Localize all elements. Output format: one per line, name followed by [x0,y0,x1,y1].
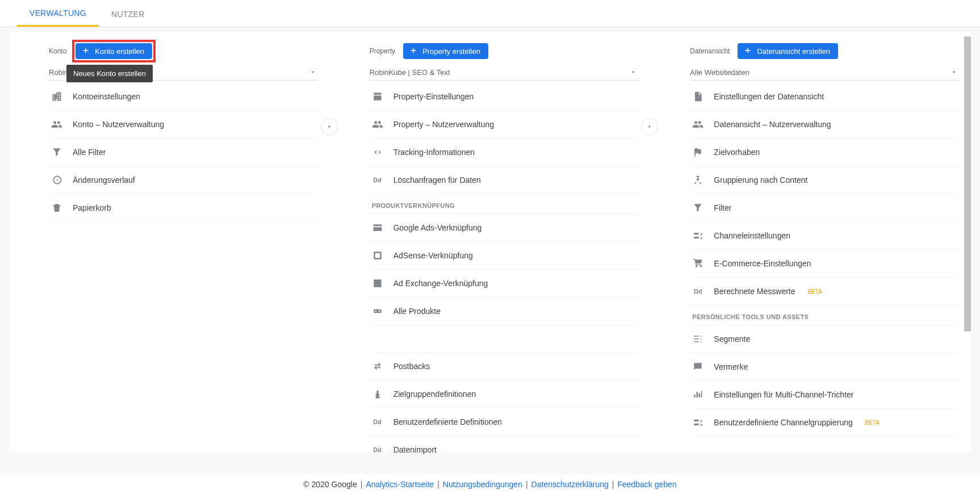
menu-item-label: Channeleinstellungen [714,231,790,240]
property-column-label: Property [370,47,395,55]
create-account-highlight: Konto erstellen [72,40,156,62]
menu-item[interactable]: Änderungsverlauf [49,166,319,194]
menu-item-label: Datenimport [393,445,437,454]
create-account-button[interactable]: Konto erstellen [76,43,152,59]
menu-item[interactable]: Alle Produkte [370,298,639,325]
menu-item[interactable]: DdDatenimport [370,436,639,464]
menu-item-label: Vermerke [714,362,748,371]
channel-icon [692,230,703,241]
property-column: Property Property erstellen RobinKube | … [330,32,651,452]
beta-badge: BETA [808,288,822,295]
audience-icon [372,388,383,400]
spacer [370,325,639,353]
menu-item[interactable]: E-Commerce-Einstellungen [690,250,960,278]
menu-item-label: Gruppierung nach Content [714,175,807,185]
annotation-icon [692,361,703,372]
cart-icon [692,258,703,269]
people-icon [692,119,703,130]
view-selector[interactable]: Alle Websitedaten [690,65,960,81]
footer-link-terms[interactable]: Nutzungsbedingungen [443,480,522,489]
create-property-label: Property erstellen [422,47,480,56]
filter-icon [51,146,62,158]
bars-icon [692,389,703,400]
menu-item[interactable]: Segmente [690,325,960,353]
menu-item-label: Property – Nutzerverwaltung [393,120,494,129]
menu-item[interactable]: Property-Einstellungen [370,83,639,111]
menu-item-label: Konto – Nutzerverwaltung [73,120,164,129]
menu-item[interactable]: Benutzerdefinierte ChannelgruppierungBET… [690,409,960,437]
create-view-label: Datenansicht erstellen [757,47,830,56]
menu-item[interactable]: Zielvorhaben [690,139,960,166]
menu-item-label: Kontoeinstellungen [73,92,140,101]
menu-item[interactable]: Postbacks [370,353,639,380]
menu-item[interactable]: Ad Exchange-Verknüpfung [370,270,639,298]
menu-item[interactable]: DdBerechnete MesswerteBETA [690,278,960,305]
tab-verwaltung[interactable]: VERWALTUNG [17,0,99,27]
menu-item-label: Filter [714,203,731,212]
move-to-property-arrow[interactable] [321,118,338,135]
top-tabs: VERWALTUNG NUTZER [0,0,980,27]
footer-link-analytics-home[interactable]: Analytics-Startseite [366,480,434,489]
footer-link-privacy[interactable]: Datenschutzerklärung [531,480,609,489]
chevron-down-icon [630,69,636,77]
code-icon [372,146,383,158]
account-column-label: Konto [49,47,66,55]
menu-item[interactable]: Einstellungen der Datenansicht [690,83,960,111]
create-property-button[interactable]: Property erstellen [403,43,488,59]
footer-copyright: © 2020 Google [303,480,357,489]
menu-item[interactable]: Papierkorb [49,194,319,222]
menu-item-label: Ad Exchange-Verknüpfung [393,279,488,288]
menu-item[interactable]: Datenansicht – Nutzerverwaltung [690,111,960,139]
menu-item-label: Alle Filter [73,148,106,157]
menu-item[interactable]: DdBenutzerdefinierte Definitionen [370,408,639,436]
property-selector-value: RobinKube | SEO & Text [370,68,450,77]
account-column: Konto Konto erstellen RobinKu Kontoeinst… [9,32,330,452]
menu-item[interactable]: Google Ads-Verknüpfung [370,214,639,242]
footer-link-feedback[interactable]: Feedback geben [617,480,676,489]
menu-item[interactable]: Einstellungen für Multi-Channel-Trichter [690,381,960,409]
menu-item-label: Tracking-Informationen [393,148,475,157]
menu-item-label: Papierkorb [73,203,111,212]
menu-item-label: Zielgruppendefinitionen [393,390,476,399]
dd-icon: Dd [692,286,703,297]
move-to-view-arrow[interactable] [641,118,658,135]
menu-item[interactable]: Konto – Nutzerverwaltung [49,111,319,139]
create-view-button[interactable]: Datenansicht erstellen [738,43,838,59]
dd-icon: Dd [372,444,383,455]
menu-item-label: Datenansicht – Nutzerverwaltung [714,120,831,129]
menu-item[interactable]: Gruppierung nach Content [690,166,960,194]
menu-item[interactable]: Channeleinstellungen [690,222,960,250]
history-icon [51,174,62,186]
menu-item[interactable]: Zielgruppendefinitionen [370,380,639,408]
create-account-label: Konto erstellen [95,47,144,56]
plus-icon [409,46,418,57]
chevron-down-icon [950,69,957,77]
menu-item[interactable]: Property – Nutzerverwaltung [370,111,639,139]
beta-badge: BETA [865,420,880,426]
menu-item-label: Löschanfragen für Daten [393,175,481,185]
menu-item[interactable]: Vermerke [690,353,960,381]
menu-item[interactable]: Kontoeinstellungen [49,83,319,111]
building-icon [51,91,62,102]
menu-item[interactable]: Filter [690,194,960,222]
menu-item-label: Google Ads-Verknüpfung [393,223,482,232]
section-header: PRODUKTVERKNÜPFUNG [370,194,639,214]
menu-item[interactable]: Alle Filter [49,139,319,166]
tab-nutzer[interactable]: NUTZER [99,1,157,26]
menu-item-label: Einstellungen der Datenansicht [714,92,824,101]
products-icon [372,305,383,317]
menu-item[interactable]: AdSense-Verknüpfung [370,242,639,270]
scroll-thumb[interactable] [964,36,971,332]
menu-item-label: Benutzerdefinierte Definitionen [393,417,502,426]
menu-item-label: Segmente [714,334,750,344]
scrollbar[interactable] [964,36,971,452]
adsense-icon [372,250,383,261]
property-selector[interactable]: RobinKube | SEO & Text [370,65,639,81]
menu-item-label: Property-Einstellungen [393,92,474,101]
plus-icon [743,46,752,57]
menu-item[interactable]: Tracking-Informationen [370,139,639,166]
plus-icon [81,46,90,57]
flag-icon [692,146,703,158]
filter-icon [692,202,703,213]
menu-item[interactable]: DdLöschanfragen für Daten [370,166,639,194]
